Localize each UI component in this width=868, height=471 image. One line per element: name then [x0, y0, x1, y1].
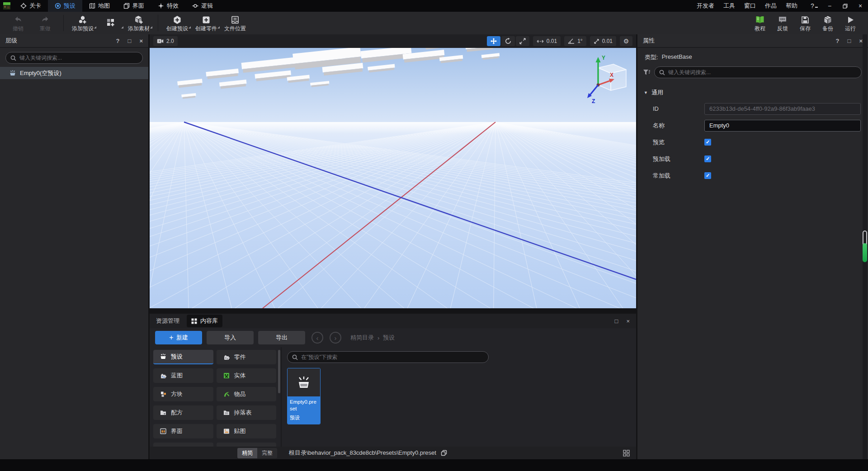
scale-tool-button[interactable] — [516, 36, 529, 46]
properties-search-input[interactable] — [668, 69, 857, 75]
breadcrumb-current[interactable]: 预设 — [383, 334, 395, 342]
rotate-snap-chip[interactable]: 1° — [564, 36, 586, 46]
titlebar-help-icon[interactable]: ? — [807, 0, 822, 12]
view-simple-button[interactable]: 精简 — [237, 448, 257, 458]
section-general[interactable]: ▼ 通用 — [637, 85, 868, 100]
menu-item-logic[interactable]: 逻辑 — [185, 0, 220, 12]
category-item[interactable]: 物品 — [217, 387, 277, 401]
export-button[interactable]: 导出 — [258, 331, 305, 344]
menu-item-window[interactable]: 窗口 — [741, 2, 759, 10]
view-mode-toggle: 精简 完整 — [237, 448, 277, 458]
undo-button[interactable]: 撤销 — [5, 12, 32, 34]
properties-scrollbar[interactable] — [863, 34, 867, 459]
redo-button[interactable]: 重做 — [32, 12, 59, 34]
menu-item-preset[interactable]: 预设 — [48, 0, 82, 12]
name-label: 名称 — [653, 122, 704, 130]
preset-basket-icon — [9, 70, 16, 77]
camera-speed-chip[interactable]: 2.0 — [153, 36, 178, 46]
menu-item-fx[interactable]: 特效 — [151, 0, 185, 12]
hierarchy-item-empty0[interactable]: Empty0(空预设) — [0, 67, 148, 79]
new-button[interactable]: + 新建 — [155, 331, 202, 344]
viewport-toolbar: 2.0 — [150, 34, 636, 48]
viewport-settings-gear-icon[interactable]: ⚙ — [620, 36, 632, 46]
assets-panel: 资源管理 内容库 □ × + 新建 导入 导出 ‹ — [150, 314, 636, 459]
category-entity[interactable]: 实体 — [217, 368, 277, 383]
close-icon[interactable]: × — [853, 0, 868, 12]
import-button[interactable]: 导入 — [207, 331, 254, 344]
minimize-icon[interactable]: − — [822, 0, 837, 12]
panel-close-icon[interactable]: × — [859, 38, 863, 44]
filter-funnel-icon[interactable] — [643, 69, 650, 75]
create-preset-button[interactable]: 创建预设 — [163, 12, 192, 34]
hierarchy-panel-header: 层级 ? □ × — [0, 34, 148, 48]
asset-search-input[interactable] — [301, 354, 484, 360]
category-loot-table[interactable]: 掉落表 — [217, 405, 277, 420]
file-location-button[interactable]: 文件位置 — [221, 12, 250, 34]
asset-card-empty0[interactable]: Empty0.preset 预设 — [287, 368, 321, 424]
restore-icon[interactable] — [837, 0, 853, 12]
preload-checkbox[interactable]: ✓ — [704, 155, 711, 162]
panel-maximize-icon[interactable]: □ — [128, 38, 132, 44]
category-scrollbar[interactable] — [278, 350, 280, 393]
move-icon — [491, 38, 497, 44]
tab-content-library[interactable]: 内容库 — [187, 315, 222, 327]
properties-search[interactable] — [654, 66, 862, 78]
category-blueprint[interactable]: 蓝图 — [153, 368, 213, 383]
run-play-icon — [846, 15, 855, 24]
breadcrumb-root[interactable]: 精简目录 — [350, 334, 374, 342]
add-preset-button[interactable]: 添加预设 — [68, 12, 97, 34]
move-snap-chip[interactable]: 0.01 — [533, 36, 561, 46]
category-block[interactable]: 方块 — [153, 387, 213, 401]
panel-help-icon[interactable]: ? — [836, 38, 840, 44]
menu-item-works[interactable]: 作品 — [762, 2, 779, 10]
preview-label: 预览 — [653, 138, 704, 146]
panel-maximize-icon[interactable]: □ — [848, 38, 851, 44]
menu-item-tools[interactable]: 工具 — [721, 2, 738, 10]
nav-forward-icon[interactable]: › — [330, 332, 341, 344]
tutorial-button[interactable]: 教程 — [749, 12, 771, 34]
preview-checkbox[interactable]: ✓ — [704, 139, 711, 146]
axis-gizmo[interactable]: Y X Z — [585, 53, 630, 107]
move-tool-button[interactable] — [487, 36, 500, 46]
always-load-checkbox[interactable]: ✓ — [704, 172, 711, 179]
blocks-icon — [160, 391, 167, 398]
menu-item-ui[interactable]: 界面 — [117, 0, 151, 12]
category-ui[interactable]: 界面 — [153, 424, 213, 438]
target-icon — [55, 3, 61, 9]
category-part[interactable]: 零件 — [217, 350, 277, 364]
category-partial[interactable] — [217, 443, 277, 447]
assets-maximize-icon[interactable]: □ — [615, 318, 618, 325]
asset-search[interactable] — [287, 351, 489, 363]
view-full-button[interactable]: 完整 — [257, 448, 277, 458]
scale-snap-chip[interactable]: 0.01 — [590, 36, 616, 46]
name-field[interactable] — [704, 120, 861, 132]
menu-item-developer[interactable]: 开发者 — [694, 2, 717, 10]
panel-help-icon[interactable]: ? — [116, 38, 120, 44]
add-part-button[interactable] — [97, 12, 124, 34]
run-button[interactable]: 运行 — [839, 12, 862, 34]
menu-item-level[interactable]: 关卡 — [14, 0, 48, 12]
menu-item-map[interactable]: 地图 — [82, 0, 117, 12]
add-asset-button[interactable]: 添加素材 — [124, 12, 153, 34]
hierarchy-search[interactable] — [5, 52, 143, 64]
save-button[interactable]: 保存 — [794, 12, 816, 34]
rotate-tool-button[interactable] — [501, 36, 515, 46]
nav-back-icon[interactable]: ‹ — [311, 332, 323, 344]
assets-close-icon[interactable]: × — [626, 318, 630, 325]
layout-grid-icon[interactable] — [623, 450, 630, 457]
hierarchy-search-input[interactable] — [19, 55, 138, 61]
backup-button[interactable]: 备份 — [816, 12, 839, 34]
asset-type: 预设 — [290, 414, 318, 421]
viewport-3d[interactable]: Y X Z — [150, 48, 636, 308]
category-preset[interactable]: 预设 — [153, 350, 213, 364]
category-recipe[interactable]: 配方 — [153, 405, 213, 420]
menu-item-help[interactable]: 帮助 — [783, 2, 800, 10]
copy-icon[interactable] — [441, 450, 447, 456]
category-texture[interactable]: 贴图 — [217, 424, 277, 438]
create-part-button[interactable]: 创建零件 — [192, 12, 221, 34]
feedback-button[interactable]: 反馈 — [771, 12, 794, 34]
panel-close-icon[interactable]: × — [139, 38, 143, 44]
properties-panel: 属性 ? □ × 类型: PresetBase ▼ 通用 ID 名称 预览 — [637, 34, 868, 459]
tab-resource-manager[interactable]: 资源管理 — [156, 317, 179, 325]
category-partial[interactable] — [153, 443, 213, 447]
